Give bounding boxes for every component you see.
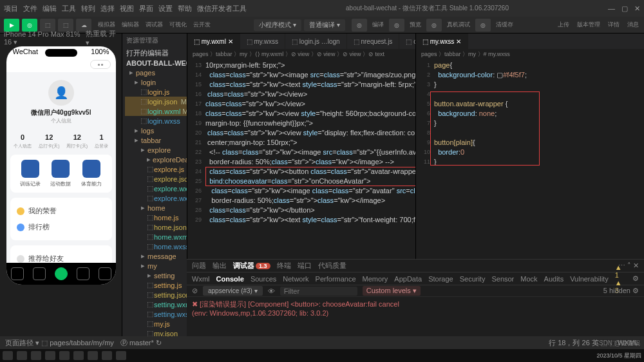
tree-item[interactable]: ⬚explore.wxml xyxy=(125,184,187,193)
editor-tab[interactable]: ⬚ my.wxml ✕ xyxy=(187,33,240,49)
grid-item[interactable]: 训练记录 xyxy=(16,160,44,187)
app-icon[interactable] xyxy=(45,351,55,360)
tab-explore-icon[interactable] xyxy=(33,267,46,280)
mode-select[interactable]: 小程序模式 ▾ xyxy=(254,19,301,31)
code-editor-wxss[interactable]: 1234567891011 page{ background-color: ▢#… xyxy=(416,59,644,259)
console-tab[interactable]: 终端 xyxy=(277,261,291,271)
tab-msg-icon[interactable] xyxy=(77,267,90,280)
app-icon[interactable] xyxy=(116,351,126,360)
devtools-tab[interactable]: AppData xyxy=(394,275,422,283)
hotreload-select[interactable]: 热重载 开 ▾ xyxy=(86,29,118,47)
devtools-tab[interactable]: Audits xyxy=(544,275,564,283)
toolbar-button[interactable]: ◎ xyxy=(475,19,491,32)
compile-select[interactable]: 普通编译 ▾ xyxy=(304,19,345,31)
menu-item[interactable]: 工具 xyxy=(62,4,76,14)
window-button[interactable]: — xyxy=(608,5,615,13)
menu-item[interactable]: 选择 xyxy=(100,4,115,14)
devtools-tab[interactable]: Wxml xyxy=(192,275,210,283)
tree-item[interactable]: ▸login xyxy=(125,77,187,87)
stat-item[interactable]: 12周打卡(天) xyxy=(66,133,88,149)
devtools-tab[interactable]: Performance xyxy=(316,275,356,283)
visual-button[interactable]: ⬚ xyxy=(58,19,73,32)
tree-item[interactable]: ⬚my.js xyxy=(125,319,187,329)
editor-tab[interactable]: ⬚ onlineRequest.js xyxy=(399,33,415,49)
avatar[interactable]: 👤 xyxy=(48,80,74,106)
menu-item[interactable]: 编辑 xyxy=(43,4,57,14)
editor-tab[interactable]: ⬚ login.js …logn xyxy=(285,33,347,49)
stat-item[interactable]: 0个人动态 xyxy=(14,133,32,149)
project-root[interactable]: ABOUT-BALL-WECHAT xyxy=(122,59,187,68)
tree-item[interactable]: ⬚explore.wxss xyxy=(125,193,187,203)
eye-icon[interactable]: ⊘ xyxy=(192,287,198,295)
devtools-tab[interactable]: Sources xyxy=(251,275,276,283)
tree-item[interactable]: ⬚login.wxmlM xyxy=(125,106,187,116)
window-button[interactable]: ▢ xyxy=(621,5,628,13)
tree-item[interactable]: ⬚login.wxss xyxy=(125,116,187,126)
tree-item[interactable]: ▸setting xyxy=(125,271,187,280)
devtools-tab[interactable]: Memory xyxy=(363,275,388,283)
tree-item[interactable]: ⬚home.wxss xyxy=(125,242,187,251)
tree-item[interactable]: ▸home xyxy=(125,203,187,213)
grid-item[interactable]: 运动数据 xyxy=(46,160,75,187)
menu-item[interactable]: 转到 xyxy=(81,4,95,14)
clock[interactable]: 2023/10/5 星期四 xyxy=(596,352,641,360)
toolbar-button[interactable]: ◎ xyxy=(352,19,367,32)
tree-item[interactable]: ⬚setting.json xyxy=(125,290,187,300)
tree-item[interactable]: ⬚explore.js xyxy=(125,164,187,174)
tree-item[interactable]: ▸message xyxy=(125,251,187,261)
console-tab[interactable]: 端口 xyxy=(298,261,312,271)
console-tab[interactable]: 调试器1.3 xyxy=(233,261,270,271)
devtools-tab[interactable]: Network xyxy=(283,275,308,283)
tab-my-icon[interactable] xyxy=(99,267,111,280)
list-item[interactable]: 我的荣誉 xyxy=(15,203,107,219)
tree-item[interactable]: ⬚my.json xyxy=(125,329,187,336)
list-item[interactable]: 推荐给好友 xyxy=(15,251,107,263)
tree-item[interactable]: ⬚login.jsonM xyxy=(125,97,187,106)
tree-item[interactable]: ⬚explore.json xyxy=(125,174,187,184)
menu-item[interactable]: 界面 xyxy=(139,4,153,14)
editor-tab[interactable]: ⬚ my.wxss ✕ xyxy=(416,33,468,49)
open-editors-label[interactable]: 打开的编辑器 xyxy=(122,48,187,59)
stat-item[interactable]: 12总打卡(天) xyxy=(39,133,60,149)
tree-item[interactable]: ⬚login.js xyxy=(125,87,187,97)
gear-icon[interactable]: ⚙ xyxy=(632,274,639,283)
devtools-tab[interactable]: Mock xyxy=(520,275,537,283)
compile-button[interactable]: ▶ xyxy=(4,19,19,32)
tab-add-icon[interactable] xyxy=(55,267,68,280)
breadcrumb[interactable]: pages 〉tabbar 〉my 〉⟨⟩ my.wxml 〉⊘ view 〉⊘… xyxy=(187,49,415,59)
tree-item[interactable]: ⬚setting.js xyxy=(125,280,187,290)
stat-item[interactable]: 1总登录 xyxy=(95,133,108,149)
editor-tab[interactable]: ⬚ my.wxss xyxy=(240,33,285,49)
devtools-tab[interactable]: Console xyxy=(216,275,244,283)
app-icon[interactable] xyxy=(31,351,41,360)
capsule-button[interactable] xyxy=(90,60,111,69)
grid-item[interactable]: 体育能力 xyxy=(77,160,106,187)
menu-item[interactable]: 视图 xyxy=(120,4,134,14)
code-editor-wxml[interactable]: 1314151617181920212223242526272829 10rpx… xyxy=(187,59,415,259)
tree-item[interactable]: ▸logs xyxy=(125,126,187,135)
menu-item[interactable]: 文件 xyxy=(23,4,37,14)
start-icon[interactable] xyxy=(3,351,13,360)
level-select[interactable]: Custom levels ▾ xyxy=(363,286,421,296)
search-icon[interactable] xyxy=(17,351,27,360)
tree-item[interactable]: ▸exploreDeatil xyxy=(125,155,187,164)
tree-item[interactable]: ⬚home.wxml xyxy=(125,232,187,242)
eye-icon[interactable]: 👁 xyxy=(268,287,275,295)
window-button[interactable]: ✕ xyxy=(634,5,640,13)
console-tab[interactable]: 问题 xyxy=(192,261,206,271)
page-path[interactable]: 页面路径 ▾ ⬚ pages/tabbar/my/my xyxy=(5,338,114,348)
menu-item[interactable]: 帮助 xyxy=(178,4,192,14)
devtools-tab[interactable]: Sensor xyxy=(491,275,514,283)
tree-item[interactable]: ▸tabbar xyxy=(125,135,187,145)
app-icon[interactable] xyxy=(59,351,70,360)
list-item[interactable]: 排行榜 xyxy=(15,219,107,235)
menu-item[interactable]: 设置 xyxy=(158,4,173,14)
git-branch[interactable]: ⓟ master* ↻ xyxy=(120,338,162,348)
menu-item[interactable]: 微信开发者工具 xyxy=(197,4,247,14)
tab-home-icon[interactable] xyxy=(11,267,24,280)
tree-item[interactable]: ⬚home.js xyxy=(125,213,187,222)
devtools-tab[interactable]: Security xyxy=(460,275,486,283)
tree-item[interactable]: ▸my xyxy=(125,261,187,271)
tree-item[interactable]: ⬚setting.wxml xyxy=(125,300,187,309)
tree-item[interactable]: ⬚home.json xyxy=(125,222,187,232)
